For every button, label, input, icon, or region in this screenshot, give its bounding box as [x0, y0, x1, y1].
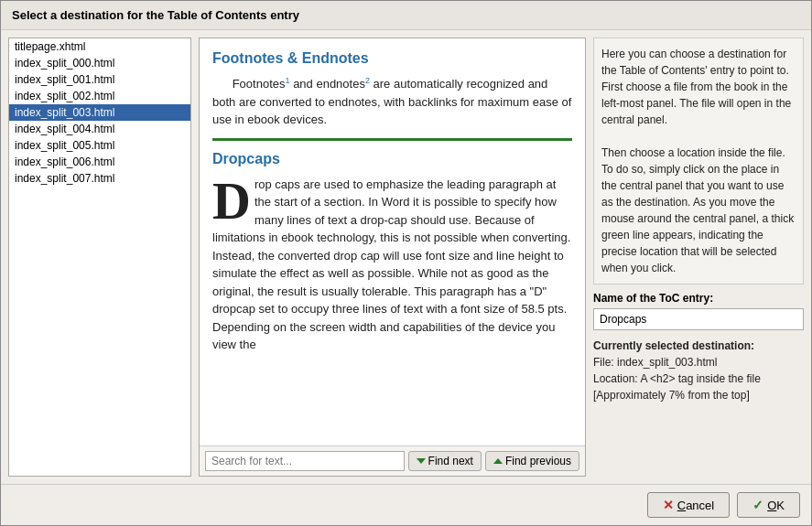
dropcaps-section: Dropcaps D rop caps are used to emphasiz…	[212, 138, 572, 354]
dropcap-text: rop caps are used to emphasize the leadi…	[212, 177, 570, 352]
dialog-body: titlepage.xhtmlindex_split_000.htmlindex…	[1, 30, 811, 484]
dropcap-letter: D	[212, 178, 251, 223]
center-content: Footnotes & Endnotes Footnotes1 and endn…	[200, 38, 585, 445]
center-panel: Footnotes & Endnotes Footnotes1 and endn…	[199, 38, 586, 477]
file-list-item[interactable]: index_split_003.html	[9, 104, 190, 121]
help-text: Here you can choose a destination for th…	[593, 38, 804, 284]
find-previous-button[interactable]: Find previous	[485, 451, 579, 471]
find-previous-label: Find previous	[505, 455, 571, 467]
dialog-title: Select a destination for the Table of Co…	[1, 1, 811, 30]
current-dest-section: Currently selected destination: File: in…	[593, 338, 804, 403]
footnotes-heading: Footnotes & Endnotes	[212, 48, 572, 70]
dropcaps-heading: Dropcaps	[212, 148, 572, 170]
footnotes-section: Footnotes & Endnotes Footnotes1 and endn…	[212, 48, 572, 129]
ok-check-icon: ✓	[752, 498, 763, 512]
file-list-item[interactable]: titlepage.xhtml	[9, 38, 190, 55]
dialog-footer: ✕ Cancel ✓ OK	[1, 484, 811, 525]
current-dest-approx: [Approximately 7% from the top]	[593, 387, 804, 403]
center-toolbar: Find next Find previous	[200, 445, 585, 476]
ok-button[interactable]: ✓ OK	[737, 492, 800, 518]
search-input[interactable]	[205, 451, 405, 471]
file-list-item[interactable]: index_split_004.html	[9, 121, 190, 137]
file-list-item[interactable]: index_split_002.html	[9, 88, 190, 104]
file-list-item[interactable]: index_split_007.html	[9, 170, 190, 187]
cancel-label: Cancel	[677, 499, 714, 512]
file-list-item[interactable]: index_split_001.html	[9, 71, 190, 88]
current-dest-location: Location: A <h2> tag inside the file	[593, 370, 804, 387]
ok-label: OK	[767, 499, 785, 512]
cancel-x-icon: ✕	[663, 498, 674, 512]
toc-name-section: Name of the ToC entry:	[593, 292, 804, 330]
file-list-panel: titlepage.xhtmlindex_split_000.htmlindex…	[8, 38, 191, 477]
toc-name-label: Name of the ToC entry:	[593, 292, 804, 305]
footnotes-paragraph: Footnotes1 and endnotes2 are automatical…	[212, 75, 572, 129]
find-next-button[interactable]: Find next	[408, 451, 482, 471]
arrow-down-icon	[417, 458, 426, 464]
file-list-item[interactable]: index_split_006.html	[9, 154, 190, 170]
find-next-label: Find next	[428, 455, 473, 467]
arrow-up-icon	[493, 458, 503, 464]
current-dest-file: File: index_split_003.html	[593, 354, 804, 370]
dropcap-paragraph: D rop caps are used to emphasize the lea…	[212, 176, 572, 354]
current-dest-label: Currently selected destination:	[593, 338, 804, 354]
cancel-button[interactable]: ✕ Cancel	[647, 492, 730, 518]
right-panel: Here you can choose a destination for th…	[593, 38, 804, 477]
file-list-item[interactable]: index_split_005.html	[9, 137, 190, 154]
file-list-item[interactable]: index_split_000.html	[9, 55, 190, 71]
toc-name-input[interactable]	[593, 308, 804, 330]
dialog: Select a destination for the Table of Co…	[0, 0, 812, 526]
